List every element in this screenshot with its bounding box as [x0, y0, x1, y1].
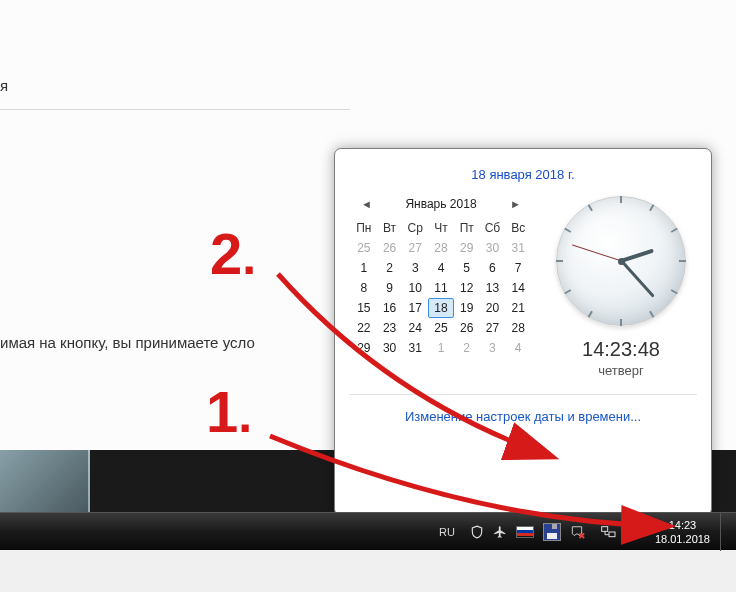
clock-second-hand: [571, 244, 621, 261]
prev-month-button[interactable]: ◄: [355, 196, 378, 212]
show-desktop-button[interactable]: [720, 513, 730, 551]
calendar: ◄ Январь 2018 ► ПнВтСрЧтПтСбВс2526272829…: [351, 196, 531, 378]
calendar-day[interactable]: 5: [454, 258, 480, 278]
calendar-day[interactable]: 27: [480, 318, 506, 338]
taskbar-date: 18.01.2018: [655, 532, 710, 546]
calendar-day-next[interactable]: 3: [480, 338, 506, 358]
calendar-dow: Сб: [480, 218, 506, 238]
calendar-day-next[interactable]: 1: [428, 338, 454, 358]
calendar-day[interactable]: 31: [402, 338, 428, 358]
calendar-day-today[interactable]: 18: [428, 298, 454, 318]
calendar-day[interactable]: 19: [454, 298, 480, 318]
action-center-icon[interactable]: ✖: [567, 523, 595, 541]
weekday-label: четверг: [547, 363, 695, 378]
calendar-dow: Вт: [377, 218, 403, 238]
calendar-day[interactable]: 22: [351, 318, 377, 338]
calendar-day[interactable]: 14: [505, 278, 531, 298]
clock-panel: 14:23:48 четверг: [547, 196, 695, 378]
calendar-day[interactable]: 15: [351, 298, 377, 318]
calendar-day[interactable]: 2: [377, 258, 403, 278]
network-icon[interactable]: [598, 523, 620, 541]
calendar-day[interactable]: 9: [377, 278, 403, 298]
floppy-icon[interactable]: [540, 521, 564, 543]
calendar-day[interactable]: 10: [402, 278, 428, 298]
calendar-day-prev[interactable]: 31: [505, 238, 531, 258]
svg-rect-0: [602, 526, 608, 531]
calendar-day-prev[interactable]: 27: [402, 238, 428, 258]
volume-icon[interactable]: [623, 523, 644, 541]
calendar-day[interactable]: 23: [377, 318, 403, 338]
calendar-day[interactable]: 8: [351, 278, 377, 298]
calendar-day[interactable]: 21: [505, 298, 531, 318]
change-date-time-settings-link[interactable]: Изменение настроек даты и времени...: [335, 395, 711, 438]
divider: [0, 109, 350, 110]
flag-ru-icon[interactable]: [513, 524, 537, 540]
analog-clock: [556, 196, 686, 326]
calendar-day[interactable]: 20: [480, 298, 506, 318]
calendar-day[interactable]: 28: [505, 318, 531, 338]
calendar-day[interactable]: 3: [402, 258, 428, 278]
svg-rect-1: [609, 532, 615, 537]
calendar-day[interactable]: 25: [428, 318, 454, 338]
clock-minute-hand: [620, 260, 654, 298]
calendar-grid: ПнВтСрЧтПтСбВс25262728293031123456789101…: [351, 218, 531, 358]
calendar-day-prev[interactable]: 29: [454, 238, 480, 258]
calendar-day[interactable]: 13: [480, 278, 506, 298]
calendar-day[interactable]: 24: [402, 318, 428, 338]
calendar-day[interactable]: 11: [428, 278, 454, 298]
calendar-day-next[interactable]: 2: [454, 338, 480, 358]
calendar-dow: Пт: [454, 218, 480, 238]
next-month-button[interactable]: ►: [504, 196, 527, 212]
truncated-text-2: имая на кнопку, вы принимаете усло: [0, 334, 255, 351]
calendar-day[interactable]: 6: [480, 258, 506, 278]
window-thumbnail: [0, 450, 90, 512]
calendar-day[interactable]: 7: [505, 258, 531, 278]
calendar-day-prev[interactable]: 26: [377, 238, 403, 258]
calendar-day[interactable]: 12: [454, 278, 480, 298]
digital-time: 14:23:48: [547, 338, 695, 361]
calendar-day[interactable]: 26: [454, 318, 480, 338]
current-date-label: 18 января 2018 г.: [335, 167, 711, 182]
calendar-dow: Пн: [351, 218, 377, 238]
calendar-day[interactable]: 30: [377, 338, 403, 358]
shield-icon[interactable]: [467, 523, 487, 541]
calendar-day[interactable]: 16: [377, 298, 403, 318]
calendar-dow: Вс: [505, 218, 531, 238]
clock-hour-hand: [620, 249, 654, 263]
calendar-day-prev[interactable]: 30: [480, 238, 506, 258]
calendar-day-prev[interactable]: 25: [351, 238, 377, 258]
language-indicator[interactable]: RU: [436, 524, 458, 540]
calendar-day[interactable]: 1: [351, 258, 377, 278]
system-tray: RU ✖ 14:23 18.01.2018: [436, 513, 730, 550]
calendar-dow: Чт: [428, 218, 454, 238]
taskbar-time: 14:23: [655, 518, 710, 532]
truncated-text-1: я: [0, 77, 8, 94]
calendar-day-prev[interactable]: 28: [428, 238, 454, 258]
taskbar-clock[interactable]: 14:23 18.01.2018: [651, 518, 714, 546]
calendar-day[interactable]: 17: [402, 298, 428, 318]
date-time-popup: 18 января 2018 г. ◄ Январь 2018 ► ПнВтСр…: [334, 148, 712, 516]
calendar-day[interactable]: 29: [351, 338, 377, 358]
calendar-day[interactable]: 4: [428, 258, 454, 278]
airplane-icon[interactable]: [490, 523, 510, 541]
taskbar: RU ✖ 14:23 18.01.2018: [0, 512, 736, 550]
month-year-label[interactable]: Январь 2018: [405, 197, 476, 211]
calendar-day-next[interactable]: 4: [505, 338, 531, 358]
calendar-dow: Ср: [402, 218, 428, 238]
